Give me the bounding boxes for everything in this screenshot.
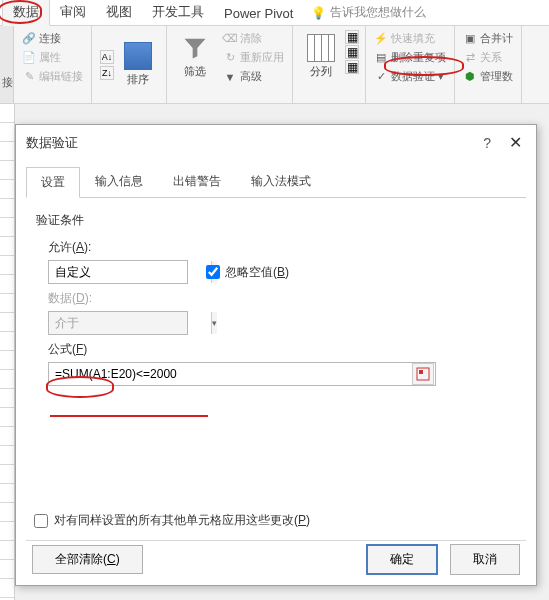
data-input: [49, 312, 211, 334]
link-icon: 🔗: [22, 32, 36, 46]
tab-input-message[interactable]: 输入信息: [80, 166, 158, 197]
group-texttools: 分列 ▦ ▦ ▦: [293, 26, 366, 103]
apply-all-row[interactable]: 对有同样设置的所有其他单元格应用这些更改(P): [34, 512, 310, 529]
dialog-body: 验证条件 允许(A): ▾ 忽略空值(B) 数据(D): ▾ 公式(F): [16, 198, 536, 400]
props-icon: 📄: [22, 51, 36, 65]
dialog-buttons: 全部清除(C) 确定 取消: [32, 544, 520, 575]
cancel-button[interactable]: 取消: [450, 544, 520, 575]
data-combo: ▾: [48, 311, 188, 335]
dialog-title: 数据验证: [26, 134, 78, 152]
consolidate-icon: ▣: [463, 32, 477, 46]
bulb-icon: 💡: [311, 6, 326, 20]
btn-filter[interactable]: 筛选: [173, 30, 217, 99]
range-selector-button[interactable]: [412, 363, 434, 385]
apply-all-label: 对有同样设置的所有其他单元格应用这些更改(P): [54, 512, 310, 529]
dialog-tabs: 设置 输入信息 出错警告 输入法模式: [26, 166, 526, 198]
group-outline: ▣合并计 ⇄关系 ⬢管理数: [455, 26, 522, 103]
tellme-search[interactable]: 💡 告诉我您想做什么: [303, 0, 434, 25]
edit-icon: ✎: [22, 70, 36, 84]
validation-icon: ✓: [374, 70, 388, 84]
tab-powerpivot[interactable]: Power Pivot: [214, 2, 303, 25]
close-button[interactable]: ✕: [505, 133, 526, 152]
group-sort: A↓ Z↓ 排序: [92, 26, 167, 103]
btn-reapply[interactable]: ↻重新应用: [221, 49, 286, 66]
btn-clear[interactable]: ⌫清除: [221, 30, 286, 47]
manage-icon: ⬢: [463, 70, 477, 84]
help-button[interactable]: ?: [483, 135, 491, 151]
sort-asc-icon[interactable]: A↓: [100, 50, 114, 64]
tab-ime-mode[interactable]: 输入法模式: [236, 166, 326, 197]
btn-consolidate[interactable]: ▣合并计: [461, 30, 515, 47]
ribbon-bar: 接 🔗连接 📄属性 ✎编辑链接 A↓ Z↓ 排序 筛选 ⌫清除 ↻重新应用 ▼高…: [0, 26, 549, 104]
tab-settings[interactable]: 设置: [26, 167, 80, 198]
btn-properties[interactable]: 📄属性: [20, 49, 85, 66]
range-icon: [416, 367, 430, 381]
mini-icon-1[interactable]: ▦: [345, 30, 359, 44]
data-label: 数据(D):: [48, 290, 516, 307]
btn-manage[interactable]: ⬢管理数: [461, 68, 515, 85]
left-edge: 接: [0, 26, 14, 103]
mini-icon-3[interactable]: ▦: [345, 60, 359, 74]
allow-label: 允许(A):: [48, 239, 516, 256]
group-filter: 筛选 ⌫清除 ↻重新应用 ▼高级: [167, 26, 293, 103]
btn-textcolumns[interactable]: 分列: [299, 30, 343, 99]
tab-data[interactable]: 数据: [2, 0, 50, 26]
ok-button[interactable]: 确定: [366, 544, 438, 575]
btn-advanced[interactable]: ▼高级: [221, 68, 286, 85]
filter-icon: [181, 34, 209, 62]
formula-input[interactable]: [49, 367, 412, 381]
removedup-icon: ▤: [374, 51, 388, 65]
btn-relations[interactable]: ⇄关系: [461, 49, 515, 66]
sort-desc-icon[interactable]: Z↓: [100, 66, 114, 80]
tab-error-alert[interactable]: 出错警告: [158, 166, 236, 197]
btn-sort[interactable]: 排序: [116, 38, 160, 91]
flash-icon: ⚡: [374, 32, 388, 46]
tab-developer[interactable]: 开发工具: [142, 0, 214, 25]
btn-editlinks[interactable]: ✎编辑链接: [20, 68, 85, 85]
section-criteria: 验证条件: [36, 212, 516, 229]
tab-view[interactable]: 视图: [96, 0, 142, 25]
clear-icon: ⌫: [223, 32, 237, 46]
dialog-separator: [26, 540, 526, 541]
allow-input[interactable]: [49, 261, 211, 283]
ribbon-tabs: 数据 审阅 视图 开发工具 Power Pivot 💡 告诉我您想做什么: [0, 0, 549, 26]
dialog-titlebar: 数据验证 ? ✕: [16, 125, 536, 160]
btn-flashfill[interactable]: ⚡快速填充: [372, 30, 448, 47]
svg-rect-1: [419, 370, 423, 374]
clear-all-button[interactable]: 全部清除(C): [32, 545, 143, 574]
ignore-blank-checkbox[interactable]: [206, 265, 220, 279]
advanced-icon: ▼: [223, 70, 237, 84]
apply-all-checkbox[interactable]: [34, 514, 48, 528]
btn-connections[interactable]: 🔗连接: [20, 30, 85, 47]
formula-label: 公式(F): [48, 341, 516, 358]
btn-validation[interactable]: ✓数据验证 ▾: [372, 68, 448, 85]
sort-icon: [124, 42, 152, 70]
btn-removedup[interactable]: ▤删除重复项: [372, 49, 448, 66]
allow-combo[interactable]: ▾: [48, 260, 188, 284]
data-validation-dialog: 数据验证 ? ✕ 设置 输入信息 出错警告 输入法模式 验证条件 允许(A): …: [15, 124, 537, 586]
textcolumns-icon: [307, 34, 335, 62]
ignore-blank-label: 忽略空值(B): [225, 264, 289, 281]
mini-icon-2[interactable]: ▦: [345, 45, 359, 59]
tab-review[interactable]: 审阅: [50, 0, 96, 25]
ignore-blank-row[interactable]: 忽略空值(B): [206, 264, 289, 281]
group-connections: 🔗连接 📄属性 ✎编辑链接: [14, 26, 92, 103]
group-datatools: ⚡快速填充 ▤删除重复项 ✓数据验证 ▾: [366, 26, 455, 103]
sheet-rows: [0, 104, 15, 600]
formula-box[interactable]: [48, 362, 436, 386]
data-dropdown-btn: ▾: [211, 312, 217, 334]
tellme-label: 告诉我您想做什么: [330, 4, 426, 21]
reapply-icon: ↻: [223, 51, 237, 65]
relations-icon: ⇄: [463, 51, 477, 65]
